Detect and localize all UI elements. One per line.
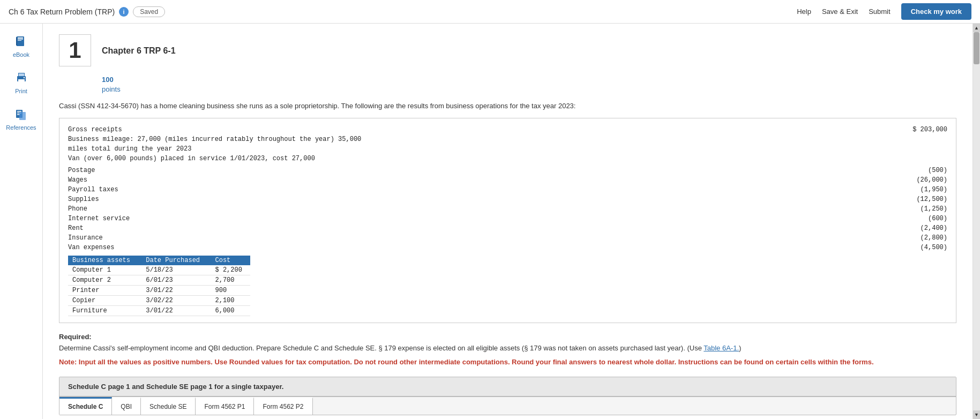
schedule-tab[interactable]: Schedule SE bbox=[141, 397, 196, 415]
sidebar-item-ebook[interactable]: eBook bbox=[13, 34, 29, 58]
expense-label: Postage bbox=[68, 166, 904, 175]
expense-label: Internet service bbox=[68, 214, 904, 223]
assets-col-date: Date Purchased bbox=[141, 256, 211, 265]
asset-cost: 900 bbox=[211, 285, 251, 295]
expense-value: (2,400) bbox=[904, 223, 947, 233]
page-title: Ch 6 Tax Return Problem (TRP) bbox=[9, 8, 115, 16]
sidebar-item-references[interactable]: References bbox=[6, 107, 36, 131]
scroll-up-button[interactable]: ▲ bbox=[973, 24, 980, 32]
expense-label: Van expenses bbox=[68, 243, 904, 252]
schedule-container: Schedule C page 1 and Schedule SE page 1… bbox=[59, 377, 956, 415]
info-icon[interactable]: i bbox=[119, 7, 129, 17]
required-section: Required: Determine Cassi's self-employm… bbox=[59, 332, 956, 368]
question-number-box: 1 bbox=[59, 34, 91, 66]
expense-line: Rent(2,400) bbox=[68, 223, 947, 233]
schedule-tabs: Schedule CQBISchedule SEForm 4562 P1Form… bbox=[59, 396, 956, 415]
asset-name: Furniture bbox=[68, 305, 141, 316]
main-layout: eBook Print bbox=[0, 24, 980, 419]
question-header: 1 Chapter 6 TRP 6-1 bbox=[59, 34, 956, 66]
required-label: Required: bbox=[59, 333, 92, 341]
expense-label: Supplies bbox=[68, 194, 904, 204]
saved-badge: Saved bbox=[133, 6, 165, 17]
expense-line: Wages(26,000) bbox=[68, 175, 947, 185]
help-link[interactable]: Help bbox=[797, 8, 811, 16]
expense-value: (500) bbox=[904, 166, 947, 175]
required-paragraph: Required: Determine Cassi's self-employm… bbox=[59, 332, 956, 354]
table-link[interactable]: Table 6A-1. bbox=[704, 344, 739, 352]
gross-receipts-value: $ 203,000 bbox=[904, 125, 947, 134]
scrollbar-track[interactable] bbox=[973, 32, 980, 410]
asset-date: 3/01/22 bbox=[141, 285, 211, 295]
svg-rect-2 bbox=[18, 39, 23, 40]
question-number: 1 bbox=[69, 38, 81, 63]
asset-row: Computer 26/01/232,700 bbox=[68, 275, 250, 285]
asset-cost: 2,100 bbox=[211, 295, 251, 305]
schedule-tab[interactable]: QBI bbox=[112, 397, 141, 415]
assets-tbody: Computer 15/18/23$ 2,200Computer 26/01/2… bbox=[68, 265, 250, 316]
schedule-tab[interactable]: Schedule C bbox=[59, 397, 112, 415]
assets-section: Business assets Date Purchased Cost Comp… bbox=[68, 256, 947, 316]
scroll-down-button[interactable]: ▼ bbox=[973, 410, 980, 419]
svg-rect-6 bbox=[18, 79, 25, 83]
asset-row: Furniture3/01/226,000 bbox=[68, 305, 250, 316]
expense-value: (600) bbox=[904, 214, 947, 223]
question-title: Chapter 6 TRP 6-1 bbox=[102, 46, 176, 56]
required-text2: ) bbox=[739, 344, 741, 352]
expense-label: Rent bbox=[68, 223, 904, 233]
book-icon bbox=[13, 34, 28, 49]
required-text: Determine Cassi's self-employment income… bbox=[59, 344, 704, 352]
svg-rect-14 bbox=[19, 112, 26, 120]
svg-rect-3 bbox=[18, 40, 21, 41]
expenses-container: Postage(500)Wages(26,000)Payroll taxes(1… bbox=[68, 166, 947, 252]
content-area: 1 Chapter 6 TRP 6-1 100 points Cassi (SS… bbox=[43, 24, 972, 419]
points-info: 100 points bbox=[102, 75, 956, 94]
asset-date: 3/02/22 bbox=[141, 295, 211, 305]
save-exit-link[interactable]: Save & Exit bbox=[822, 8, 858, 16]
expense-value: (12,500) bbox=[904, 194, 947, 204]
required-note: Note: Input all the values as positive n… bbox=[59, 357, 956, 368]
asset-row: Computer 15/18/23$ 2,200 bbox=[68, 265, 250, 275]
asset-date: 3/01/22 bbox=[141, 305, 211, 316]
sidebar-item-print[interactable]: Print bbox=[14, 71, 29, 94]
submit-link[interactable]: Submit bbox=[869, 8, 890, 16]
gross-receipts-label: Gross receipts bbox=[68, 125, 904, 134]
ebook-label: eBook bbox=[13, 51, 29, 58]
van-line: Van (over 6,000 pounds) placed in servic… bbox=[68, 154, 947, 163]
points-value: 100 bbox=[102, 76, 114, 84]
expense-line: Internet service(600) bbox=[68, 214, 947, 223]
expense-line: Phone(1,250) bbox=[68, 204, 947, 214]
scrollbar-thumb[interactable] bbox=[974, 32, 979, 64]
asset-row: Printer3/01/22900 bbox=[68, 285, 250, 295]
expense-line: Van expenses(4,500) bbox=[68, 243, 947, 252]
asset-name: Computer 2 bbox=[68, 275, 141, 285]
schedule-tab[interactable]: Form 4562 P2 bbox=[254, 397, 312, 415]
expense-line: Supplies(12,500) bbox=[68, 194, 947, 204]
assets-col-cost: Cost bbox=[211, 256, 251, 265]
expense-label: Phone bbox=[68, 204, 904, 214]
left-sidebar: eBook Print bbox=[0, 24, 43, 419]
expense-value: (2,800) bbox=[904, 233, 947, 243]
asset-name: Printer bbox=[68, 285, 141, 295]
expense-label: Insurance bbox=[68, 233, 904, 243]
top-bar-left: Ch 6 Tax Return Problem (TRP) i Saved bbox=[9, 6, 165, 17]
expense-line: Postage(500) bbox=[68, 166, 947, 175]
schedule-header: Schedule C page 1 and Schedule SE page 1… bbox=[59, 377, 956, 396]
points-label: points bbox=[102, 85, 121, 93]
mileage-line1: Business mileage: 27,000 (miles incurred… bbox=[68, 134, 947, 144]
expense-value: (1,250) bbox=[904, 204, 947, 214]
expense-label: Payroll taxes bbox=[68, 185, 904, 194]
asset-row: Copier3/02/222,100 bbox=[68, 295, 250, 305]
expense-line: Insurance(2,800) bbox=[68, 233, 947, 243]
schedule-tab[interactable]: Form 4562 P1 bbox=[196, 397, 254, 415]
asset-name: Copier bbox=[68, 295, 141, 305]
assets-table: Business assets Date Purchased Cost Comp… bbox=[68, 256, 250, 316]
expense-label: Wages bbox=[68, 175, 904, 185]
asset-date: 5/18/23 bbox=[141, 265, 211, 275]
asset-cost: 6,000 bbox=[211, 305, 251, 316]
print-icon bbox=[14, 71, 29, 86]
svg-rect-8 bbox=[19, 73, 24, 76]
check-my-work-button[interactable]: Check my work bbox=[901, 3, 971, 20]
right-scrollbar[interactable]: ▲ ▼ bbox=[972, 24, 980, 419]
expense-value: (26,000) bbox=[904, 175, 947, 185]
gross-receipts-line: Gross receipts $ 203,000 bbox=[68, 125, 947, 134]
